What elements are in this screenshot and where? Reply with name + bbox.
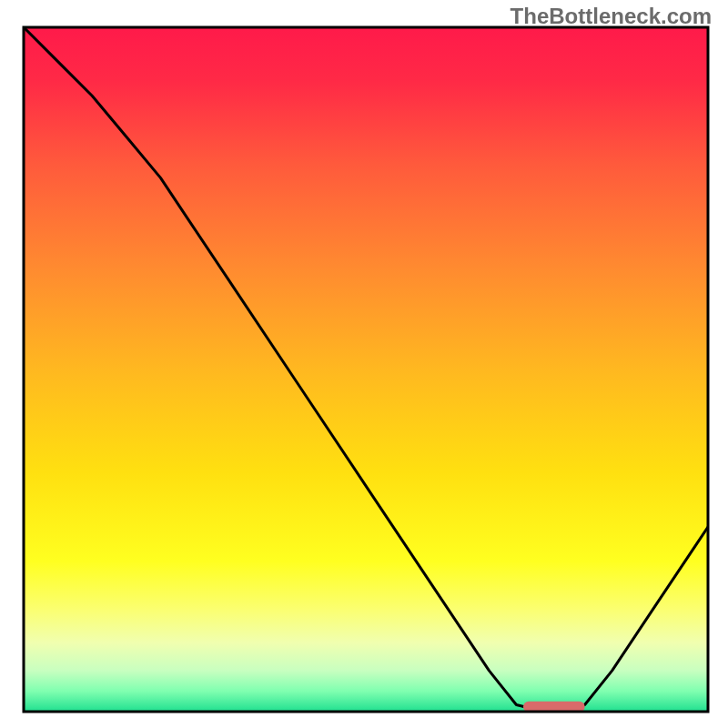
watermark-text: TheBottleneck.com: [511, 4, 712, 29]
gradient-background: [24, 27, 708, 712]
plot-area: [24, 27, 708, 713]
bottleneck-chart: TheBottleneck.com: [0, 0, 728, 728]
chart-svg: [0, 0, 728, 728]
